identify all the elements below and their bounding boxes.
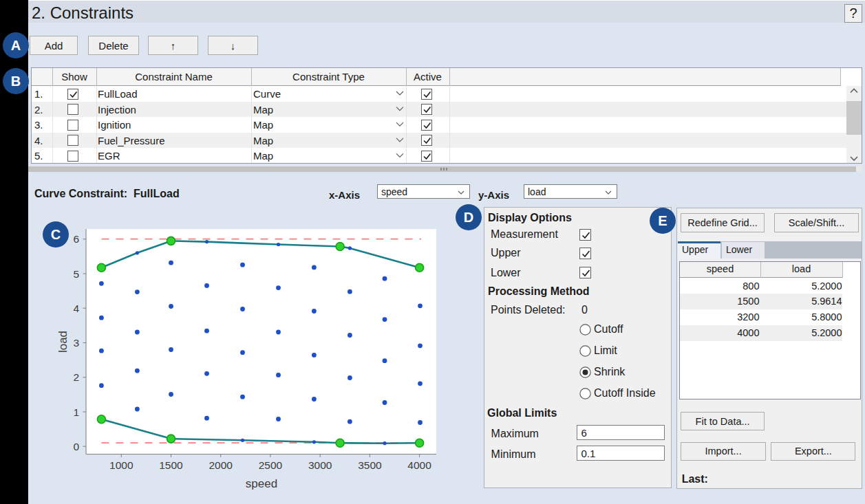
svg-text:speed: speed	[246, 477, 277, 490]
svg-text:0: 0	[73, 441, 79, 452]
svg-text:3000: 3000	[308, 459, 332, 471]
svg-text:load: load	[56, 331, 70, 353]
svg-text:2: 2	[73, 371, 79, 383]
svg-text:2500: 2500	[259, 459, 283, 471]
svg-text:4000: 4000	[407, 459, 431, 471]
svg-text:3500: 3500	[358, 459, 382, 471]
svg-text:5: 5	[73, 268, 79, 280]
svg-text:2000: 2000	[209, 459, 233, 471]
svg-text:1500: 1500	[159, 459, 183, 471]
svg-text:6: 6	[73, 233, 79, 245]
svg-text:1000: 1000	[109, 459, 134, 471]
svg-text:1: 1	[73, 406, 79, 418]
svg-text:4: 4	[73, 303, 79, 314]
svg-text:3: 3	[73, 337, 79, 349]
